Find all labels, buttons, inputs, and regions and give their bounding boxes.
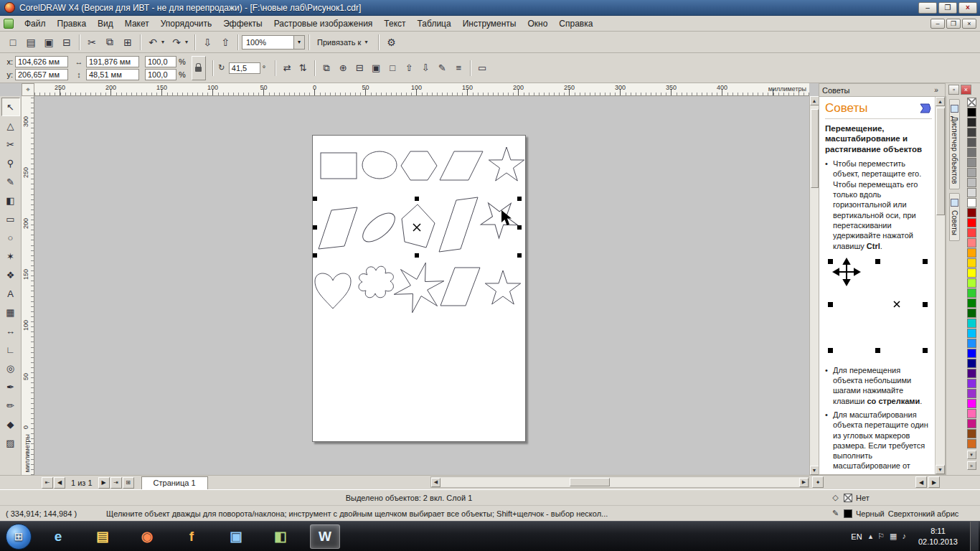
trim-button[interactable]: ⊟ xyxy=(352,60,367,76)
restore-button[interactable]: ❐ xyxy=(938,2,957,14)
palette-swatch[interactable] xyxy=(967,138,976,147)
shape-tool[interactable]: △ xyxy=(1,116,20,135)
selection-handle[interactable] xyxy=(313,197,317,201)
selection-handle[interactable] xyxy=(517,253,522,258)
selection-handle[interactable] xyxy=(313,253,317,258)
palette-scroll-down-button[interactable]: ▾ xyxy=(967,451,976,459)
docker-close-button[interactable]: × xyxy=(961,85,971,95)
scroll-down-button[interactable]: ▼ xyxy=(936,465,945,474)
rectangle-tool[interactable]: ▭ xyxy=(1,209,20,228)
snap-to-dropdown[interactable]: Привязать к ▾ xyxy=(313,35,374,50)
palette-swatch[interactable] xyxy=(967,268,976,278)
print-button[interactable]: ⊟ xyxy=(58,34,75,51)
add-page-button[interactable]: ⊞ xyxy=(123,477,134,489)
palette-swatch[interactable] xyxy=(967,399,976,408)
docker-expand-button[interactable]: » xyxy=(930,85,942,95)
docker-tab-hints[interactable]: Советы xyxy=(949,193,960,241)
palette-scroll-right-button[interactable]: ▶ xyxy=(928,476,940,488)
shape-ellipse[interactable] xyxy=(362,151,397,179)
palette-swatch[interactable] xyxy=(967,319,976,328)
x-position-field[interactable]: 104,626 мм xyxy=(15,56,68,67)
dropdown-caret-icon[interactable]: ▾ xyxy=(161,39,167,45)
language-indicator[interactable]: EN xyxy=(851,532,862,541)
menu-edit[interactable]: Правка xyxy=(52,17,93,31)
palette-swatch[interactable] xyxy=(967,419,976,428)
palette-swatch[interactable] xyxy=(967,238,976,248)
menu-file[interactable]: Файл xyxy=(19,17,52,31)
palette-scroll-left-button[interactable]: ◀ xyxy=(915,476,927,488)
redo-button[interactable]: ↷ xyxy=(168,34,185,51)
palette-swatch[interactable] xyxy=(967,359,976,368)
zoom-level-combo[interactable]: 100% ▾ xyxy=(242,35,305,50)
ungroup-button[interactable]: □ xyxy=(385,60,400,76)
menu-arrange[interactable]: Упорядочить xyxy=(155,17,217,31)
menu-layout[interactable]: Макет xyxy=(119,17,155,31)
freehand-tool[interactable]: ✎ xyxy=(1,172,20,191)
taskbar-green-app[interactable]: ◧ xyxy=(265,524,296,549)
palette-swatch[interactable] xyxy=(967,228,976,237)
dimension-tool[interactable]: ↔ xyxy=(1,321,20,340)
chevron-down-icon[interactable]: ▾ xyxy=(293,36,304,49)
minimize-button[interactable]: – xyxy=(918,2,937,14)
menu-effects[interactable]: Эффекты xyxy=(217,17,268,31)
shape-ellipse-rotated[interactable] xyxy=(358,208,400,248)
options-button[interactable]: ⚙ xyxy=(382,34,400,51)
selection-handle[interactable] xyxy=(517,197,522,201)
palette-swatch[interactable] xyxy=(967,329,976,338)
shape-rectangle[interactable] xyxy=(321,153,357,179)
palette-swatch[interactable] xyxy=(967,208,976,217)
vertical-scrollbar[interactable]: ▲ ▼ xyxy=(809,96,819,475)
selection-handle[interactable] xyxy=(313,225,317,230)
last-page-button[interactable]: ⇥ xyxy=(110,477,122,489)
shape-star-rotated[interactable] xyxy=(473,192,523,242)
horizontal-scrollbar[interactable]: ◀ ▶ xyxy=(430,476,809,488)
palette-swatch[interactable] xyxy=(967,258,976,268)
drawing-canvas[interactable] xyxy=(34,96,809,475)
outline-tool[interactable]: ✏ xyxy=(1,396,20,415)
ruler-origin[interactable]: ⌖ xyxy=(22,83,34,96)
palette-swatch[interactable] xyxy=(967,108,976,117)
undo-button[interactable]: ↶ xyxy=(144,34,161,51)
page-tab[interactable]: Страница 1 xyxy=(141,476,208,489)
taskbar-word[interactable]: W xyxy=(310,524,340,549)
taskbar-media-player[interactable]: ◉ xyxy=(132,524,162,549)
scroll-up-button[interactable]: ▲ xyxy=(936,97,945,106)
scale-h-field[interactable]: 100,0 xyxy=(145,56,176,67)
crop-tool[interactable]: ✂ xyxy=(1,135,20,154)
new-button[interactable]: □ xyxy=(4,34,22,51)
palette-swatch[interactable] xyxy=(967,188,976,197)
palette-swatch[interactable] xyxy=(967,309,976,318)
clock[interactable]: 8:11 02.10.2013 xyxy=(913,526,963,547)
copy-button[interactable]: ⧉ xyxy=(101,34,118,51)
rotation-center-mark[interactable] xyxy=(413,224,420,231)
palette-swatch[interactable] xyxy=(967,158,976,167)
scroll-left-button[interactable]: ◀ xyxy=(431,478,440,487)
eyedropper-tool[interactable]: ✒ xyxy=(1,377,20,396)
import-button[interactable]: ⇩ xyxy=(199,34,216,51)
menu-window[interactable]: Окно xyxy=(522,17,553,31)
palette-swatch[interactable] xyxy=(967,148,976,157)
network-icon[interactable]: ▦ xyxy=(890,532,897,541)
shape-parallelogram-rotated[interactable] xyxy=(439,197,478,252)
scrollbar-thumb[interactable] xyxy=(811,109,819,188)
combine-button[interactable]: ⧉ xyxy=(319,60,334,76)
taskbar-explorer[interactable]: ▤ xyxy=(88,524,118,549)
selection-handle[interactable] xyxy=(415,197,419,201)
no-color-swatch[interactable] xyxy=(967,98,976,107)
shape-heart[interactable] xyxy=(315,273,351,309)
palette-swatch[interactable] xyxy=(967,128,976,137)
selection-handle[interactable] xyxy=(517,225,522,230)
palette-swatch[interactable] xyxy=(967,218,976,227)
start-button[interactable]: ⊞ xyxy=(6,524,32,550)
palette-swatch[interactable] xyxy=(967,439,976,448)
palette-swatch[interactable] xyxy=(967,429,976,438)
group-button[interactable]: ▣ xyxy=(368,60,384,76)
scale-lock-button[interactable] xyxy=(192,56,206,80)
cut-button[interactable]: ✂ xyxy=(83,34,100,51)
menu-text[interactable]: Текст xyxy=(378,17,411,31)
palette-swatch[interactable] xyxy=(967,409,976,418)
outline-color-swatch[interactable] xyxy=(844,509,852,518)
shape-parallelogram-rotated[interactable] xyxy=(319,207,357,249)
taskbar-firefox[interactable]: f xyxy=(176,524,207,549)
to-back-button[interactable]: ⇩ xyxy=(418,60,433,76)
